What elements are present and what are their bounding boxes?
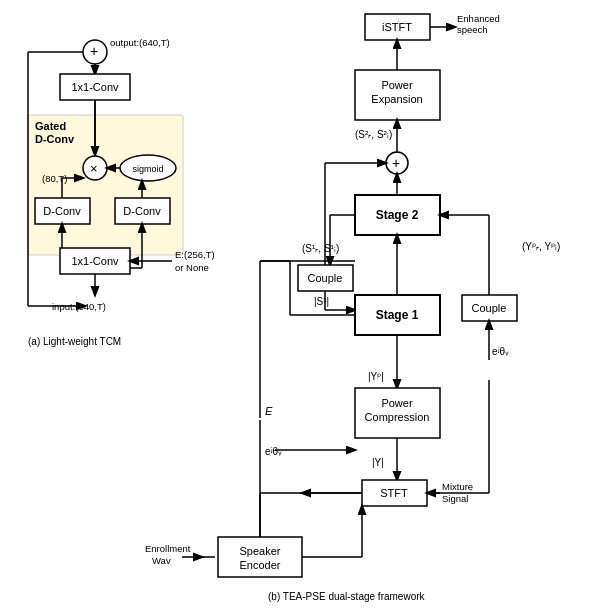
svg-text:×: × — [90, 161, 98, 176]
svg-text:1x1-Conv: 1x1-Conv — [71, 255, 119, 267]
svg-text:D-Conv: D-Conv — [35, 133, 75, 145]
svg-text:+: + — [392, 155, 400, 171]
svg-text:+: + — [90, 43, 98, 59]
main-svg: Gated D-Conv + output:(640,T) 1x1-Conv ×… — [0, 0, 590, 608]
svg-text:Stage 1: Stage 1 — [376, 308, 419, 322]
svg-text:Expansion: Expansion — [371, 93, 422, 105]
svg-text:eʲθᵧ: eʲθᵧ — [265, 446, 282, 457]
svg-text:or None: or None — [175, 262, 209, 273]
svg-text:Stage 2: Stage 2 — [376, 208, 419, 222]
svg-text:D-Conv: D-Conv — [43, 205, 81, 217]
svg-text:Speaker: Speaker — [240, 545, 281, 557]
svg-text:Mixture: Mixture — [442, 481, 473, 492]
svg-text:(b) TEA-PSE  dual-stage framew: (b) TEA-PSE dual-stage framework — [268, 591, 426, 602]
svg-text:|Yᵖ|: |Yᵖ| — [368, 371, 384, 382]
svg-text:D-Conv: D-Conv — [123, 205, 161, 217]
svg-text:E: E — [265, 405, 273, 417]
svg-text:speech: speech — [457, 24, 488, 35]
svg-text:Signal: Signal — [442, 493, 468, 504]
svg-text:|S¹|: |S¹| — [314, 296, 329, 307]
svg-text:STFT: STFT — [380, 487, 408, 499]
svg-text:(Yᵖᵣ, Yᵖᵢ): (Yᵖᵣ, Yᵖᵢ) — [522, 241, 560, 252]
svg-text:Wav: Wav — [152, 555, 171, 566]
svg-text:E:(256,T): E:(256,T) — [175, 249, 215, 260]
svg-text:eʲθᵧ: eʲθᵧ — [492, 346, 509, 357]
svg-text:1x1-Conv: 1x1-Conv — [71, 81, 119, 93]
svg-text:iSTFT: iSTFT — [382, 21, 412, 33]
svg-text:Couple: Couple — [472, 302, 507, 314]
svg-text:(a) Light-weight TCM: (a) Light-weight TCM — [28, 336, 121, 347]
svg-text:(S²ᵣ, S²ᵢ): (S²ᵣ, S²ᵢ) — [355, 129, 392, 140]
svg-text:sigmoid: sigmoid — [132, 164, 163, 174]
svg-text:Enhanced: Enhanced — [457, 13, 500, 24]
svg-text:Compression: Compression — [365, 411, 430, 423]
diagram-container: Gated D-Conv + output:(640,T) 1x1-Conv ×… — [0, 0, 590, 608]
svg-text:Couple: Couple — [308, 272, 343, 284]
svg-text:output:(640,T): output:(640,T) — [110, 37, 170, 48]
svg-text:(S¹ᵣ, S¹ᵢ): (S¹ᵣ, S¹ᵢ) — [302, 243, 339, 254]
svg-text:|Y|: |Y| — [372, 457, 384, 468]
svg-text:Encoder: Encoder — [240, 559, 281, 571]
svg-text:Enrollment: Enrollment — [145, 543, 191, 554]
svg-text:Power: Power — [381, 397, 413, 409]
svg-rect-88 — [218, 537, 302, 577]
svg-text:Gated: Gated — [35, 120, 66, 132]
svg-text:Power: Power — [381, 79, 413, 91]
